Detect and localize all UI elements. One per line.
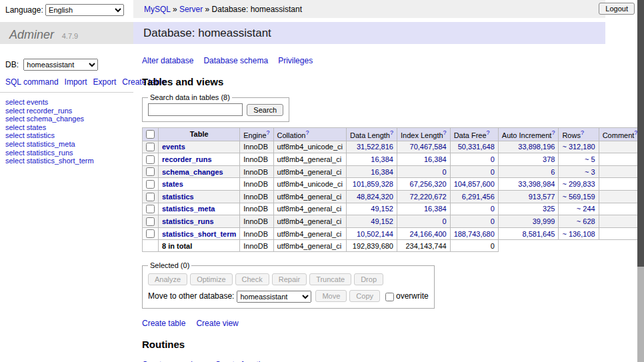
select-all-checkbox[interactable] xyxy=(146,130,155,139)
main-content: Database: homeassistant Alter databaseDa… xyxy=(133,18,605,362)
cell-data-length: 101,859,328 xyxy=(347,178,397,191)
table-link-statistics_short_term[interactable]: statistics_short_term xyxy=(162,230,236,238)
cell-auto-increment: 33,898,196 xyxy=(498,141,559,153)
copy-button[interactable]: Copy xyxy=(349,290,380,302)
cell-rows[interactable]: ~ 5 xyxy=(559,153,599,166)
row-checkbox-statistics[interactable] xyxy=(146,193,155,201)
help-icon[interactable]: ? xyxy=(267,129,270,136)
scrollbar-thumb[interactable] xyxy=(637,0,644,267)
row-checkbox-statistics_runs[interactable] xyxy=(146,217,155,226)
main-body: Alter databaseDatabase schemaPrivileges … xyxy=(133,56,605,362)
cell-comment xyxy=(599,227,641,240)
overwrite-checkbox[interactable] xyxy=(385,293,394,301)
table-link-recorder_runs[interactable]: recorder_runs xyxy=(162,155,212,163)
truncate-button[interactable]: Truncate xyxy=(309,273,351,285)
column-header-engine[interactable]: Engine? xyxy=(240,128,273,141)
sidebar-select-link-statistics_short_term[interactable]: select xyxy=(5,157,25,165)
breadcrumb-server[interactable]: Server xyxy=(179,5,203,14)
cell-data-free: 188,743,680 xyxy=(450,227,498,240)
row-checkbox-statistics_short_term[interactable] xyxy=(146,229,155,238)
help-icon[interactable]: ? xyxy=(390,129,393,136)
table-link-states[interactable]: states xyxy=(162,180,183,188)
row-checkbox-states[interactable] xyxy=(146,180,155,189)
help-icon[interactable]: ? xyxy=(443,129,447,136)
app-header: Adminer 4.7.9 xyxy=(0,22,133,44)
column-header-comment[interactable]: Comment? xyxy=(599,128,641,141)
cell-index-length: 0 xyxy=(397,165,450,178)
sidebar-select-link-schema_changes[interactable]: select xyxy=(5,115,25,123)
column-header-index-length[interactable]: Index Length? xyxy=(397,128,450,141)
sidebar-select-link-states[interactable]: select xyxy=(5,123,25,131)
table-link-statistics_runs[interactable]: statistics_runs xyxy=(162,217,214,225)
move-button[interactable]: Move xyxy=(315,290,347,302)
sidebar-table-item: select statistics_meta xyxy=(5,140,133,149)
search-legend: Search data in tables (8) xyxy=(148,93,232,101)
database-schema-link[interactable]: Database schema xyxy=(203,56,268,65)
breadcrumb-mysql[interactable]: MySQL xyxy=(144,5,171,14)
sidebar-table-link-states[interactable]: states xyxy=(27,123,46,131)
search-button[interactable]: Search xyxy=(247,104,283,116)
column-header-auto-increment[interactable]: Auto Increment? xyxy=(498,128,559,141)
table-link-statistics_meta[interactable]: statistics_meta xyxy=(162,205,215,213)
language-select[interactable]: English xyxy=(45,4,124,16)
sidebar-select-link-statistics_runs[interactable]: select xyxy=(5,149,25,157)
selected-fieldset: Selected (0) AnalyzeOptimizeCheckRepairT… xyxy=(142,261,435,309)
help-icon[interactable]: ? xyxy=(551,129,555,136)
logout-button[interactable]: Logout xyxy=(599,3,635,15)
sidebar-table-link-statistics[interactable]: statistics xyxy=(27,131,55,139)
move-db-select[interactable]: homeassistant xyxy=(237,291,311,303)
sidebar-select-link-recorder_runs[interactable]: select xyxy=(5,107,25,115)
repair-button[interactable]: Repair xyxy=(272,273,307,285)
analyze-button[interactable]: Analyze xyxy=(148,273,187,285)
privileges-link[interactable]: Privileges xyxy=(278,56,313,65)
help-icon[interactable]: ? xyxy=(305,129,309,136)
drop-button[interactable]: Drop xyxy=(354,273,383,285)
search-input[interactable] xyxy=(148,103,243,116)
create-view-link[interactable]: Create view xyxy=(196,319,238,328)
vertical-scrollbar[interactable] xyxy=(637,0,644,362)
cell-rows[interactable]: ~ 3 xyxy=(559,165,599,178)
sidebar-select-link-events[interactable]: select xyxy=(5,98,25,106)
sidebar-select-link-statistics[interactable]: select xyxy=(5,131,25,139)
cell-rows[interactable]: ~ 136,108 xyxy=(559,227,599,240)
cell-rows[interactable]: ~ 569,159 xyxy=(559,191,599,203)
sidebar-link-sql-command[interactable]: SQL command xyxy=(5,77,59,87)
sidebar-table-link-events[interactable]: events xyxy=(27,98,48,106)
cell-rows[interactable]: ~ 312,180 xyxy=(559,141,599,153)
cell-rows[interactable]: ~ 628 xyxy=(559,215,599,228)
row-checkbox-recorder_runs[interactable] xyxy=(146,155,155,164)
row-checkbox-events[interactable] xyxy=(146,143,155,151)
cell-rows[interactable]: ~ 299,833 xyxy=(559,178,599,191)
cell-comment xyxy=(599,191,641,203)
help-icon[interactable]: ? xyxy=(581,129,584,136)
column-header-data-free[interactable]: Data Free? xyxy=(450,128,498,141)
optimize-button[interactable]: Optimize xyxy=(190,273,232,285)
help-icon[interactable]: ? xyxy=(487,129,490,136)
sidebar-table-link-statistics_runs[interactable]: statistics_runs xyxy=(27,149,73,157)
create-table-link[interactable]: Create table xyxy=(142,319,185,328)
row-checkbox-schema_changes[interactable] xyxy=(146,167,155,176)
sidebar-table-link-statistics_short_term[interactable]: statistics_short_term xyxy=(27,157,94,165)
sidebar-table-link-statistics_meta[interactable]: statistics_meta xyxy=(27,140,75,148)
selected-legend: Selected (0) xyxy=(148,261,191,269)
sidebar-link-export[interactable]: Export xyxy=(93,77,117,87)
cell-comment xyxy=(599,153,641,166)
column-header-rows[interactable]: Rows? xyxy=(559,128,599,141)
cell-auto-increment: 8,581,645 xyxy=(498,227,559,240)
table-link-statistics[interactable]: statistics xyxy=(162,193,194,201)
sidebar-link-import[interactable]: Import xyxy=(65,77,87,87)
check-button[interactable]: Check xyxy=(235,273,269,285)
table-link-schema_changes[interactable]: schema_changes xyxy=(162,168,223,176)
column-header-data-length[interactable]: Data Length? xyxy=(347,128,397,141)
cell-rows[interactable]: ~ 244 xyxy=(559,203,599,215)
alter-database-link[interactable]: Alter database xyxy=(142,56,193,65)
sidebar-table-link-schema_changes[interactable]: schema_changes xyxy=(27,115,84,123)
row-checkbox-statistics_meta[interactable] xyxy=(146,205,155,213)
sidebar-select-link-statistics_meta[interactable]: select xyxy=(5,140,25,148)
cell-data-free: 6,291,456 xyxy=(450,191,498,203)
db-select[interactable]: homeassistant xyxy=(23,59,98,71)
table-link-events[interactable]: events xyxy=(162,143,185,151)
sidebar-table-link-recorder_runs[interactable]: recorder_runs xyxy=(27,107,72,115)
column-header-collation[interactable]: Collation? xyxy=(273,128,346,141)
page-title: Database: homeassistant xyxy=(133,22,605,44)
